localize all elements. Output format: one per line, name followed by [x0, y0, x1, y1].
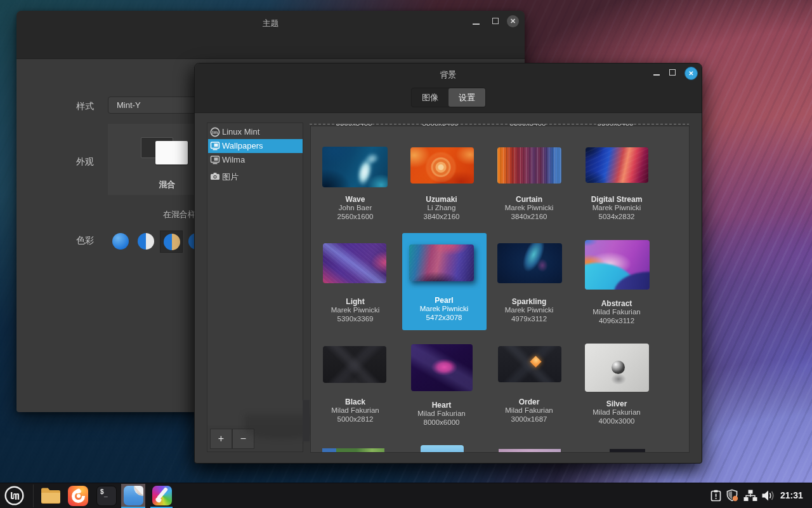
svg-text:lm: lm: [213, 130, 218, 135]
